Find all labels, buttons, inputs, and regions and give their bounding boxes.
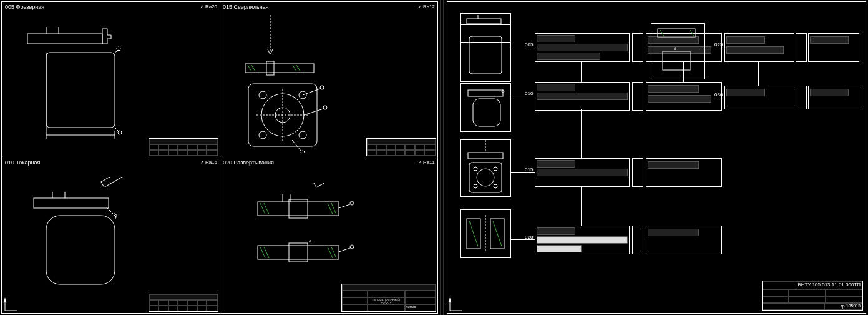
flow-node-010-out <box>646 82 722 111</box>
svg-point-62 <box>350 245 354 249</box>
svg-point-27 <box>299 131 306 139</box>
flow-node-030-out <box>808 86 859 109</box>
op-number: 030 <box>714 92 723 98</box>
svg-line-38 <box>107 208 116 217</box>
svg-line-84 <box>690 30 694 36</box>
surface-roughness: Ra16 <box>200 159 217 165</box>
svg-rect-0 <box>27 34 102 44</box>
flow-node-010 <box>535 82 630 111</box>
svg-rect-39 <box>46 216 115 284</box>
sketch-milling <box>21 28 134 152</box>
right-titleblock: БНТУ 105.513.11.01.000ТП гр.105913 <box>762 281 863 311</box>
op-title: 010 Токарная <box>5 159 40 166</box>
svg-text:⌀: ⌀ <box>674 46 676 51</box>
svg-point-8 <box>118 131 122 134</box>
flow-line <box>683 61 684 82</box>
flow-line <box>703 47 724 48</box>
svg-line-52 <box>339 204 350 208</box>
mini-titleblock <box>366 138 436 156</box>
flow-node-020-out <box>646 226 722 254</box>
svg-line-7 <box>115 128 119 131</box>
svg-rect-71 <box>469 162 502 192</box>
flow-line <box>581 186 582 226</box>
thumb-010 <box>460 83 511 132</box>
svg-point-29 <box>320 86 324 89</box>
flow-connector <box>632 226 643 254</box>
svg-rect-43 <box>314 183 333 188</box>
svg-rect-35 <box>34 198 109 208</box>
flow-line <box>510 239 535 240</box>
svg-rect-67 <box>473 99 500 126</box>
svg-point-31 <box>323 106 327 109</box>
quad-015-drilling: 015 Сверлильная Ra12 <box>220 2 438 158</box>
flow-line <box>758 61 759 86</box>
flow-connector <box>632 158 643 187</box>
svg-point-72 <box>477 169 494 186</box>
flow-node-025 <box>724 33 794 62</box>
svg-line-80 <box>493 221 502 246</box>
svg-line-16 <box>293 65 296 71</box>
svg-rect-54 <box>258 246 339 259</box>
op-title: 015 Сверлильная <box>223 4 269 10</box>
svg-line-14 <box>248 65 251 71</box>
svg-rect-3 <box>46 52 115 128</box>
flow-node-015 <box>535 158 630 187</box>
svg-line-30 <box>304 109 323 115</box>
flow-line <box>510 47 535 48</box>
svg-marker-89 <box>449 298 451 302</box>
svg-point-73 <box>474 167 477 171</box>
quad-005-milling: 005 Фрезерная Ra20 <box>2 2 220 158</box>
flow-line <box>581 61 582 82</box>
svg-rect-63 <box>467 19 501 24</box>
svg-rect-66 <box>468 90 503 96</box>
flow-node-030 <box>724 86 794 109</box>
flow-connector <box>796 33 807 62</box>
sheet-operation-sketches: 005 Фрезерная Ra20 <box>1 1 438 314</box>
flow-line <box>581 109 582 158</box>
svg-line-83 <box>660 30 664 36</box>
sketch-turning <box>21 177 146 302</box>
quad-020-reaming: 020 Развертывания Ra11 ⌀ <box>220 158 438 314</box>
svg-point-53 <box>350 201 354 205</box>
svg-marker-42 <box>4 298 6 302</box>
svg-point-76 <box>494 184 497 188</box>
svg-line-61 <box>339 248 350 252</box>
sketch-reaming: ⌀ <box>251 183 376 289</box>
svg-line-15 <box>251 65 255 71</box>
flow-line <box>510 172 535 172</box>
surface-roughness: Ra12 <box>418 4 435 9</box>
main-titleblock: ОПЕРАЦИОННЫЙ ЭСКИЗ Листов <box>341 284 436 312</box>
flow-connector <box>632 82 643 111</box>
origin-marker <box>450 298 462 311</box>
svg-point-33 <box>301 151 305 152</box>
mini-titleblock <box>149 294 218 312</box>
flow-line <box>510 96 535 96</box>
svg-line-79 <box>469 221 478 246</box>
svg-rect-34 <box>101 177 122 188</box>
surface-roughness: Ra20 <box>200 4 217 9</box>
svg-line-17 <box>296 65 300 71</box>
flow-node-015-out <box>646 158 722 187</box>
quad-010-turning: 010 Токарная Ra16 <box>2 158 220 314</box>
origin-marker <box>5 298 17 311</box>
svg-point-74 <box>494 167 497 171</box>
svg-line-32 <box>292 140 301 151</box>
mini-titleblock <box>149 138 218 156</box>
thumb-015 <box>460 139 511 197</box>
svg-rect-70 <box>468 152 503 159</box>
thumb-025-box: ⌀ <box>651 23 705 79</box>
flow-node-005 <box>535 33 630 62</box>
flow-node-020 <box>535 226 630 254</box>
flow-connector <box>632 33 643 62</box>
svg-point-75 <box>474 184 477 188</box>
thumb-005b <box>460 24 511 82</box>
svg-line-28 <box>303 89 320 95</box>
flow-connector <box>796 86 807 109</box>
surface-roughness: Ra11 <box>418 159 435 165</box>
thumb-020 <box>460 209 511 258</box>
sketch-drilling <box>233 15 358 152</box>
sheet-process-flow: 005 010 015 020 <box>447 1 866 314</box>
sheet-separator <box>438 0 446 315</box>
svg-rect-82 <box>658 29 695 38</box>
svg-rect-13 <box>245 64 314 72</box>
